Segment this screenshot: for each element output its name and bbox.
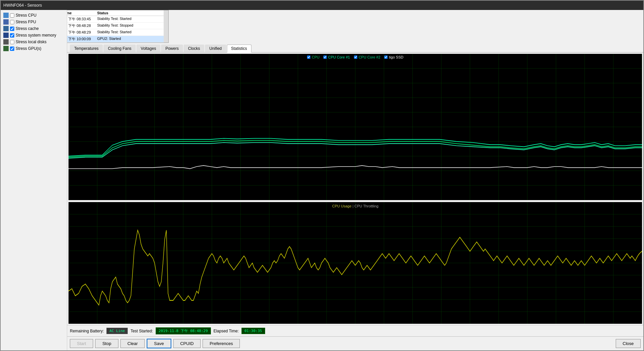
main-content: Stress CPU Stress FPU Stress cache Stres…	[1, 10, 643, 350]
fpu-icon	[3, 19, 9, 25]
stress-cache-checkbox[interactable]	[10, 27, 14, 31]
temp-chart-svg	[69, 54, 642, 200]
tab-cooling-fans[interactable]: Cooling Fans	[103, 45, 136, 52]
clear-button[interactable]: Clear	[120, 339, 145, 348]
legend-core2-label: CPU Core #2	[359, 55, 380, 59]
legend-cpu-core2[interactable]: CPU Core #2	[354, 55, 380, 59]
log-col-status-header: Status	[97, 11, 167, 15]
legend-core2-check[interactable]	[354, 56, 357, 59]
log-row-1[interactable]: 2019-11-8 下午 08:48:28 Stability Test: St…	[67, 23, 168, 29]
stress-cpu-checkbox[interactable]	[10, 13, 14, 18]
close-button[interactable]: Close	[616, 339, 641, 348]
legend-core1-check[interactable]	[323, 56, 327, 59]
gpu-icon	[3, 46, 9, 51]
cpu-icon	[3, 13, 9, 18]
legend-tigo-ssd[interactable]: tigo SSD	[384, 55, 403, 59]
cpuid-button[interactable]: CPUID	[173, 339, 201, 348]
stress-gpu-checkbox[interactable]	[10, 47, 14, 51]
legend-ssd-label: tigo SSD	[389, 55, 403, 59]
cache-icon	[3, 26, 9, 31]
stress-memory-label: Stress system memory	[16, 33, 56, 38]
test-started-label: Test Started:	[130, 329, 153, 333]
bottom-bar: Remaining Battery: AC Line Test Started:…	[67, 325, 643, 336]
stress-cache-label: Stress cache	[16, 26, 39, 31]
tab-statistics[interactable]: Statistics	[227, 45, 251, 53]
stress-disks-checkbox[interactable]	[10, 40, 14, 44]
legend-cpu[interactable]: CPU	[307, 55, 319, 59]
left-panel: Stress CPU Stress FPU Stress cache Stres…	[1, 10, 67, 350]
tab-voltages[interactable]: Voltages	[136, 45, 160, 52]
elapsed-label: Elapsed Time:	[214, 329, 239, 333]
cpu-usage-chart: CPU Usage | CPU Throttling 100% 0% 70% 0…	[69, 202, 642, 324]
stress-memory-item[interactable]: Stress system memory	[2, 32, 66, 39]
legend-cpu-label: CPU	[312, 55, 319, 59]
title-bar: HWiNFO64 - Sensors	[1, 1, 643, 10]
chart-legend: CPU CPU Core #1 CPU Core #2 tigo SS	[307, 55, 403, 59]
app-window: HWiNFO64 - Sensors Stress CPU Stress FPU…	[0, 0, 644, 351]
legend-ssd-check[interactable]	[384, 56, 388, 59]
cpu-usage-title: CPU Usage | CPU Throttling	[332, 204, 379, 208]
stress-fpu-checkbox[interactable]	[10, 20, 14, 24]
test-started-value: 2019-11-8 下午 08:48:29	[156, 327, 211, 334]
preferences-button[interactable]: Preferences	[203, 339, 240, 348]
start-button[interactable]: Start	[70, 339, 93, 348]
stress-cpu-item[interactable]: Stress CPU	[2, 12, 66, 19]
log-table-header: Date & Time Status	[67, 10, 168, 16]
cpu-throttle-label: CPU Throttling	[355, 204, 379, 208]
stress-cpu-label: Stress CPU	[16, 13, 37, 18]
charts-area: CPU CPU Core #1 CPU Core #2 tigo SS	[67, 53, 643, 325]
elapsed-value: 01:30:35	[242, 328, 265, 334]
tab-unified[interactable]: Unified	[205, 45, 226, 52]
temperature-chart: CPU CPU Core #1 CPU Core #2 tigo SS	[69, 54, 642, 200]
tabs-bar: Temperatures Cooling Fans Voltages Power…	[67, 43, 643, 53]
log-col-date-header: Date & Time	[67, 11, 97, 15]
log-row-2[interactable]: 2019-11-8 下午 08:48:29 Stability Test: St…	[67, 29, 168, 36]
legend-core1-label: CPU Core #1	[328, 55, 350, 59]
stop-button[interactable]: Stop	[95, 339, 118, 348]
tab-powers[interactable]: Powers	[161, 45, 183, 52]
disk-icon	[3, 39, 9, 45]
log-table: Date & Time Status 2019-11-8 下午 08:33:45…	[67, 10, 169, 43]
battery-label: Remaining Battery:	[70, 329, 104, 333]
save-button[interactable]: Save	[147, 339, 171, 348]
stress-memory-checkbox[interactable]	[10, 33, 14, 38]
cpu-usage-label: CPU Usage	[332, 204, 352, 208]
right-panel: Date & Time Status 2019-11-8 下午 08:33:45…	[67, 10, 643, 350]
legend-cpu-core1[interactable]: CPU Core #1	[323, 55, 350, 59]
stress-disks-item[interactable]: Stress local disks	[2, 39, 66, 45]
stress-disks-label: Stress local disks	[16, 40, 47, 44]
title-text: HWiNFO64 - Sensors	[3, 3, 42, 8]
stress-gpu-label: Stress GPU(s)	[16, 46, 41, 51]
button-bar: Start Stop Clear Save CPUID Preferences …	[67, 336, 643, 350]
log-scrollbar[interactable]	[164, 10, 168, 43]
legend-cpu-check[interactable]	[307, 56, 310, 59]
memory-icon	[3, 33, 9, 38]
stress-cache-item[interactable]: Stress cache	[2, 25, 66, 32]
tab-clocks[interactable]: Clocks	[184, 45, 204, 52]
stress-fpu-item[interactable]: Stress FPU	[2, 19, 66, 25]
stress-fpu-label: Stress FPU	[16, 20, 36, 24]
battery-value: AC Line	[106, 328, 128, 334]
log-row-0[interactable]: 2019-11-8 下午 08:33:45 Stability Test: St…	[67, 16, 168, 23]
stress-gpu-item[interactable]: Stress GPU(s)	[2, 45, 66, 52]
tab-temperatures[interactable]: Temperatures	[70, 45, 103, 52]
log-row-3[interactable]: 2019-11-8 下午 10:00:09 GPU2: Started	[67, 36, 168, 43]
cpu-usage-svg	[69, 202, 642, 324]
